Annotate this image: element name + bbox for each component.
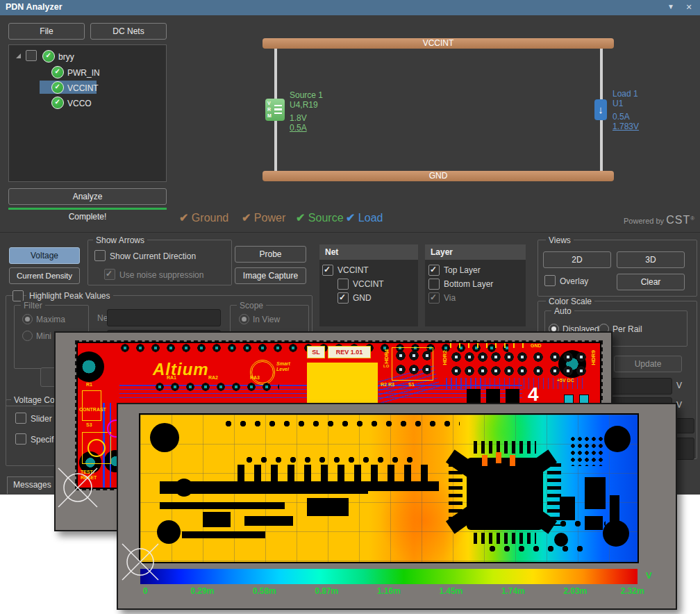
overlay-checkbox[interactable]	[544, 275, 556, 286]
dc-nets-button[interactable]: DC Nets	[90, 23, 167, 40]
ra1-label: RA1	[167, 375, 176, 380]
highlight-peak-label: Highlight Peak Values	[26, 291, 113, 301]
net-gnd-checkbox[interactable]	[338, 292, 349, 304]
net-input[interactable]	[107, 309, 221, 326]
show-arrows-label: Show Arrows	[93, 235, 147, 245]
maxima-radio	[22, 314, 33, 324]
source-name: Source 1	[290, 90, 323, 100]
altium-logo-text: Altium	[153, 360, 209, 379]
s1-label: S1	[408, 382, 415, 387]
image-capture-button[interactable]: Image Capture	[235, 267, 306, 284]
load-voltage[interactable]: 1.783V	[612, 122, 639, 131]
tagline: Smart Level	[276, 361, 300, 372]
titlebar[interactable]: PDN Analyzer ▼ ✕	[0, 0, 700, 15]
pcb-view-window-voltage-map[interactable]: V 0 0.29m 0.58m 0.87m 1.16m 1.45m 1.74m …	[117, 403, 677, 610]
layer-panel-header: Layer	[425, 244, 526, 260]
check-icon: ✔	[242, 212, 251, 224]
view-3d-button[interactable]: 3D	[617, 251, 685, 268]
via-checkbox	[428, 292, 440, 304]
legend-ground: ✔ Ground	[179, 211, 228, 224]
specific-checkbox[interactable]	[15, 433, 26, 445]
check-icon: ✔	[346, 212, 355, 224]
minima-label: Mini	[36, 331, 51, 341]
auto-label: Auto	[551, 306, 574, 316]
r1-label: R1	[86, 382, 92, 387]
colorbar-unit: V	[646, 570, 652, 581]
check-circle-icon	[51, 81, 64, 94]
r2r3-label: R2 R3	[381, 382, 394, 387]
file-button[interactable]: File	[8, 23, 85, 40]
legend-power: ✔ Power	[242, 211, 285, 224]
slider-checkbox[interactable]	[15, 413, 26, 424]
via-label: Via	[444, 293, 456, 303]
bottom-layer-checkbox[interactable]	[428, 279, 440, 290]
tree-root-checkbox[interactable]	[26, 50, 37, 61]
check-circle-icon	[51, 97, 64, 109]
specific-label: Specifi	[31, 435, 56, 445]
view-2d-button[interactable]: 2D	[543, 251, 611, 268]
powered-by: Powered by CST®	[624, 214, 694, 226]
per-rail-label: Per Rail	[612, 324, 642, 334]
net-vccint-checkbox[interactable]	[322, 265, 333, 276]
cst-logo: CST	[666, 214, 690, 226]
tree-expand-icon[interactable]	[16, 53, 21, 58]
source-refs: U4,R19	[290, 100, 323, 110]
source-current[interactable]: 0.5A	[290, 123, 323, 133]
close-icon[interactable]: ✕	[683, 3, 694, 12]
clear-button[interactable]: Clear	[617, 274, 685, 290]
use-noise-suppression-checkbox	[104, 269, 115, 280]
tree-item-bryy[interactable]: bryy	[58, 52, 74, 62]
voltage-colorbar	[140, 569, 638, 584]
net-tree[interactable]: bryy PWR_IN VCCINT VCCO	[8, 44, 167, 182]
bus-gnd[interactable]: GND	[262, 171, 614, 181]
chevron-down-icon[interactable]: ▼	[665, 3, 676, 10]
maxima-label: Maxima	[36, 315, 65, 324]
load-current: 0.5A	[612, 112, 639, 122]
slider-label: Slider	[31, 414, 52, 424]
highlight-peak-checkbox[interactable]	[12, 290, 24, 301]
update-button: Update	[614, 356, 682, 372]
tree-item-vccint[interactable]: VCCINT	[67, 83, 99, 93]
tree-item-vcco[interactable]: VCCO	[67, 99, 92, 108]
tree-item-pwr-in[interactable]: PWR_IN	[67, 68, 100, 78]
rev-box: REV 1.01	[328, 346, 371, 358]
lo-pin-label: LO	[383, 364, 389, 368]
views-label: Views	[546, 235, 574, 245]
check-icon: ✔	[296, 212, 305, 224]
analyze-button[interactable]: Analyze	[8, 188, 167, 205]
check-icon: ✔	[179, 212, 188, 224]
window-title: PDN Analyzer	[6, 2, 62, 12]
filter-label: Filter	[21, 301, 45, 310]
bus-vccint[interactable]: VCCINT	[262, 38, 614, 49]
ra2-label: RA2	[208, 375, 218, 380]
legend-load: ✔ Load	[346, 211, 383, 224]
status-text: Complete!	[8, 212, 167, 222]
vrm-source-icon[interactable]: VRM	[265, 99, 285, 121]
net-vccint-sub-checkbox[interactable]	[338, 279, 349, 290]
top-layer-label: Top Layer	[444, 265, 481, 275]
ra3-label: RA3	[250, 375, 260, 380]
load-refs: U1	[612, 99, 639, 108]
in-view-label: In View	[253, 315, 280, 324]
load-info: Load 1 U1 0.5A 1.783V	[612, 89, 639, 131]
load-icon[interactable]: ↓	[594, 99, 607, 120]
s3-label: S3	[86, 422, 92, 427]
minima-radio	[22, 331, 33, 341]
colorbar-ticks: 0 0.29m 0.58m 0.87m 1.16m 1.45m 1.74m 2.…	[140, 586, 638, 597]
pcb-voltage-map-image[interactable]	[139, 413, 639, 563]
plus5-label: +5V DC	[557, 378, 574, 383]
hamburger-icon	[274, 105, 282, 115]
color-scale-label: Color Scale	[546, 297, 594, 306]
overlay-label: Overlay	[560, 276, 588, 286]
show-current-direction-checkbox[interactable]	[94, 250, 106, 261]
hdr2-label: HDR2	[442, 350, 448, 365]
top-layer-checkbox[interactable]	[428, 265, 440, 276]
current-density-button[interactable]: Current Density	[9, 267, 80, 284]
source-info: Source 1 U4,R19 1.8V 0.5A	[290, 90, 323, 133]
check-circle-icon	[42, 50, 55, 63]
probe-button[interactable]: Probe	[235, 246, 306, 263]
legend-source: ✔ Source	[296, 211, 344, 224]
test-reset-label: TEST/ RESET	[81, 470, 108, 481]
voltage-mode-button[interactable]: Voltage	[9, 247, 80, 264]
net-gnd-label: GND	[353, 293, 372, 303]
